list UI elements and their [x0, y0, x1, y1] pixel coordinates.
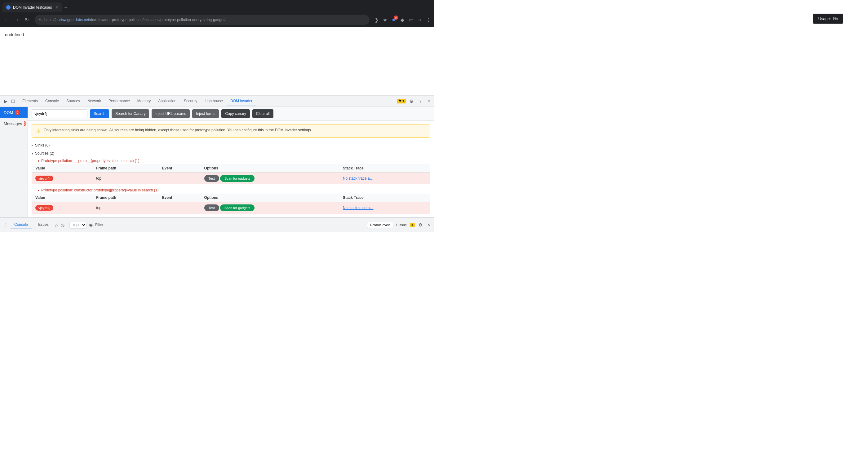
- tab-lighthouse[interactable]: Lighthouse: [201, 96, 227, 106]
- dom-invader-toolbar: Search Search for Canary Inject URL para…: [28, 107, 434, 121]
- profile-icon[interactable]: ○: [416, 17, 423, 23]
- extension-icon[interactable]: ■ 0: [391, 17, 397, 23]
- forward-button[interactable]: →: [12, 15, 21, 24]
- menu-icon[interactable]: ⋮: [425, 17, 432, 23]
- tab-close-btn[interactable]: ×: [56, 5, 58, 10]
- console-menu-icon[interactable]: ⋮: [4, 222, 8, 227]
- devtools-close-icon[interactable]: ×: [427, 98, 432, 105]
- console-action-icons: △ ◎: [55, 222, 64, 227]
- col-event-2: Event: [158, 194, 200, 202]
- address-bar[interactable]: ⚠ https://portswigger-labs.net/dom-invad…: [35, 15, 370, 25]
- search-button[interactable]: Search: [90, 109, 109, 118]
- frame-selector[interactable]: top: [69, 221, 87, 229]
- search-input[interactable]: [32, 109, 87, 118]
- tab-security[interactable]: Security: [180, 96, 201, 106]
- col-frame-2: Frame path: [92, 194, 158, 202]
- result-table-1: Value Frame path Event Options Stack Tra…: [32, 164, 430, 184]
- tab-dom-invader[interactable]: DOM Invader: [227, 96, 256, 106]
- console-tab[interactable]: Console: [10, 221, 32, 229]
- sinks-label: Sinks (0): [35, 143, 50, 147]
- row-event-2: [158, 202, 200, 214]
- eye-icon[interactable]: ◉: [89, 222, 93, 227]
- tab-network[interactable]: Network: [84, 96, 105, 106]
- col-options-2: Options: [200, 194, 339, 202]
- browser-tab-active[interactable]: DOM Invader testcases ×: [2, 2, 62, 12]
- stack-trace-link-2[interactable]: No stack trace a…: [343, 206, 374, 210]
- devtools-settings-icon[interactable]: ⚙: [408, 98, 415, 105]
- devtools-badge: ⚑ 1: [397, 99, 406, 103]
- inject-url-params-button[interactable]: Inject URL params: [152, 109, 190, 118]
- tab-title: DOM Invader testcases: [13, 5, 52, 10]
- warning-banner: ⚠ Only interesting sinks are being shown…: [32, 125, 430, 137]
- copy-canary-button[interactable]: Copy canary: [221, 109, 250, 118]
- scan-gadgets-button-1[interactable]: Scan for gadgets: [220, 175, 254, 182]
- result-table-2: Value Frame path Event Options Stack Tra…: [32, 194, 430, 214]
- new-tab-button[interactable]: +: [64, 4, 68, 11]
- col-stack-2: Stack Trace: [339, 194, 430, 202]
- page-text: undefined: [5, 32, 24, 37]
- col-frame-1: Frame path: [92, 164, 158, 172]
- row-options-1: Test Scan for gadgets: [200, 172, 339, 185]
- devtools-tab-bar: ▶ ☐ Elements Console Sources Network Per…: [0, 96, 434, 107]
- console-settings-icon[interactable]: ⚙: [418, 222, 423, 227]
- sidebar-dom-badge: 0: [15, 110, 20, 115]
- tab-console[interactable]: Console: [41, 96, 63, 106]
- console-close-btn[interactable]: ×: [428, 222, 430, 228]
- test-button-1[interactable]: Test: [204, 175, 219, 182]
- sources-chevron: ▾: [32, 152, 33, 155]
- row-frame-2: top: [92, 202, 158, 214]
- col-event-1: Event: [158, 164, 200, 172]
- console-clear-icon[interactable]: △: [55, 222, 58, 227]
- filter-input[interactable]: [95, 223, 365, 227]
- sidebar-dom-label: DOM: [4, 110, 13, 115]
- sidebar-item-messages[interactable]: Messages 0: [0, 118, 28, 129]
- tab-sources[interactable]: Sources: [63, 96, 84, 106]
- extension-badge: 0: [394, 15, 398, 20]
- warning-text: Only interesting sinks are being shown. …: [44, 128, 312, 132]
- inject-forms-button[interactable]: Inject forms: [192, 109, 219, 118]
- tab-memory[interactable]: Memory: [134, 96, 154, 106]
- subsection-header-1[interactable]: ▾ Prototype pollution: __proto__[propert…: [32, 157, 430, 164]
- tab-bar: DOM Invader testcases × +: [0, 0, 434, 12]
- warning-triangle-icon: ⚠: [36, 128, 41, 134]
- scan-gadgets-button-2[interactable]: Scan for gadgets: [220, 204, 254, 211]
- browser-controls: ← → ↻ ⚠ https://portswigger-labs.net/dom…: [0, 12, 434, 27]
- devtools-action-icons: ⚑ 1 ⚙ ⋮ ×: [397, 98, 432, 105]
- bookmark-icon[interactable]: ★: [382, 17, 388, 23]
- tab-application[interactable]: Application: [154, 96, 180, 106]
- sidebar-item-dom[interactable]: DOM 0: [0, 107, 28, 118]
- results-panel: ▸ Sinks (0) ▾ Sources (2) ▾ Prototype po…: [28, 141, 434, 217]
- devtools: ▶ ☐ Elements Console Sources Network Per…: [0, 95, 434, 232]
- subsection-title-2: Prototype pollution: constructor[prototy…: [41, 188, 159, 192]
- sinks-section-header[interactable]: ▸ Sinks (0): [32, 141, 430, 149]
- devtools-device-icon[interactable]: ☐: [10, 98, 16, 104]
- console-block-icon[interactable]: ◎: [61, 222, 64, 227]
- row-options-2: Test Scan for gadgets: [200, 202, 339, 214]
- sources-section-header[interactable]: ▾ Sources (2): [32, 149, 430, 157]
- address-url: https://portswigger-labs.net/dom-invader…: [44, 18, 225, 22]
- url-domain: portswigger-labs.net: [56, 18, 89, 22]
- col-stack-1: Stack Trace: [339, 164, 430, 172]
- devtools-more-icon[interactable]: ⋮: [417, 98, 424, 105]
- reload-button[interactable]: ↻: [22, 15, 31, 24]
- tab-elements[interactable]: Elements: [19, 96, 41, 106]
- test-button-2[interactable]: Test: [204, 204, 219, 211]
- subsection-header-2[interactable]: ▾ Prototype pollution: constructor[proto…: [32, 187, 430, 194]
- subsection-title-1: Prototype pollution: __proto__[property]…: [41, 159, 140, 163]
- row-event-1: [158, 172, 200, 185]
- default-levels-btn[interactable]: Default levels: [367, 222, 393, 228]
- search-for-canary-button[interactable]: Search for Canary: [112, 109, 149, 118]
- cast-icon[interactable]: ▭: [408, 17, 414, 23]
- tab-performance[interactable]: Performance: [105, 96, 134, 106]
- clear-all-button[interactable]: Clear all: [252, 109, 273, 118]
- share-icon[interactable]: ❯: [373, 17, 379, 23]
- back-button[interactable]: ←: [2, 15, 11, 24]
- devtools-cursor-icon[interactable]: ▶: [2, 98, 9, 104]
- row-value-2: vjeydr4j: [32, 202, 92, 214]
- stack-trace-link-1[interactable]: No stack trace a…: [343, 176, 374, 180]
- subsection-chevron-2: ▾: [38, 189, 39, 192]
- col-value-1: Value: [32, 164, 92, 172]
- issues-tab[interactable]: Issues: [34, 221, 52, 229]
- puzzle-icon[interactable]: ◆: [399, 17, 405, 23]
- sidebar-messages-badge: 0: [24, 121, 26, 126]
